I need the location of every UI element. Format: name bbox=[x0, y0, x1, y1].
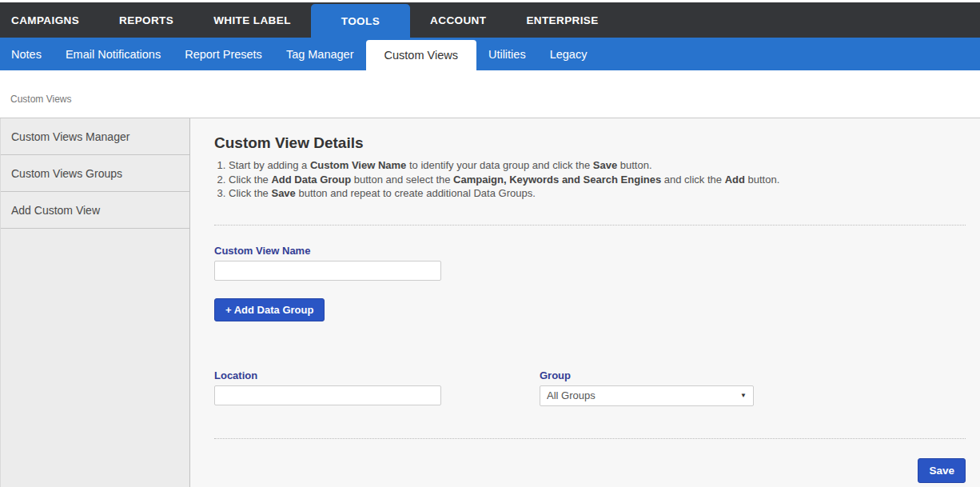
custom-view-name-field: Custom View Name bbox=[214, 245, 966, 281]
group-select[interactable]: All Groups bbox=[540, 385, 754, 406]
topnav-item-campaigns[interactable]: CAMPAIGNS bbox=[0, 2, 99, 38]
location-label: Location bbox=[214, 369, 441, 381]
instructions-list: Start by adding a Custom View Name to id… bbox=[214, 158, 966, 201]
save-button[interactable]: Save bbox=[918, 458, 966, 483]
custom-view-name-label: Custom View Name bbox=[214, 245, 966, 257]
topnav-item-white-label[interactable]: WHITE LABEL bbox=[193, 2, 311, 38]
divider bbox=[214, 438, 966, 439]
topnav-item-account[interactable]: ACCOUNT bbox=[410, 2, 506, 38]
topnav-item-tools[interactable]: TOOLS bbox=[311, 4, 410, 38]
divider bbox=[214, 225, 966, 226]
subnav-item-legacy[interactable]: Legacy bbox=[538, 38, 600, 70]
custom-view-name-input[interactable] bbox=[214, 261, 441, 281]
breadcrumb: Custom Views bbox=[10, 94, 71, 105]
group-label: Group bbox=[540, 369, 754, 381]
location-input[interactable] bbox=[214, 385, 441, 405]
add-data-group-button[interactable]: + Add Data Group bbox=[214, 298, 325, 321]
topnav-item-reports[interactable]: REPORTS bbox=[99, 2, 193, 38]
breadcrumb-bar: Custom Views bbox=[0, 70, 980, 118]
tools-sub-navigation: Notes Email Notifications Report Presets… bbox=[0, 38, 980, 70]
instruction-step-1: Start by adding a Custom View Name to id… bbox=[229, 158, 966, 173]
subnav-item-custom-views[interactable]: Custom Views bbox=[366, 40, 476, 70]
sidebar-item-custom-views-manager[interactable]: Custom Views Manager bbox=[1, 118, 189, 155]
top-navigation: CAMPAIGNS REPORTS WHITE LABEL TOOLS ACCO… bbox=[0, 2, 980, 38]
topnav-item-enterprise[interactable]: ENTERPRISE bbox=[506, 2, 618, 38]
instruction-step-3: Click the Save button and repeat to crea… bbox=[229, 186, 966, 201]
sidebar: Custom Views Manager Custom Views Groups… bbox=[0, 118, 190, 487]
subnav-item-email-notifications[interactable]: Email Notifications bbox=[54, 38, 173, 70]
group-field: Group All Groups ▼ bbox=[540, 369, 754, 406]
sidebar-item-add-custom-view[interactable]: Add Custom View bbox=[1, 192, 189, 229]
subnav-item-report-presets[interactable]: Report Presets bbox=[173, 38, 274, 70]
page-title: Custom View Details bbox=[214, 134, 966, 152]
main-content: Custom View Details Start by adding a Cu… bbox=[190, 118, 980, 487]
instruction-step-2: Click the Add Data Group button and sele… bbox=[229, 173, 966, 187]
subnav-item-utilities[interactable]: Utilities bbox=[476, 38, 538, 70]
sidebar-item-custom-views-groups[interactable]: Custom Views Groups bbox=[1, 155, 189, 192]
subnav-item-tag-manager[interactable]: Tag Manager bbox=[274, 38, 366, 70]
location-field: Location bbox=[214, 369, 441, 406]
subnav-item-notes[interactable]: Notes bbox=[0, 38, 54, 70]
